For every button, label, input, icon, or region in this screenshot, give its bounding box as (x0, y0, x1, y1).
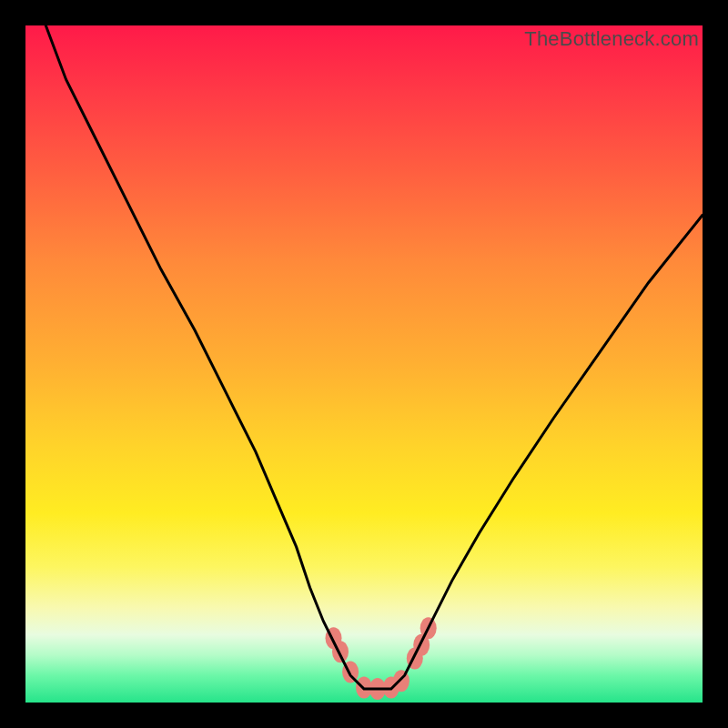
bottleneck-curve (46, 25, 703, 689)
outer-frame: TheBottleneck.com (0, 0, 728, 728)
watermark-text: TheBottleneck.com (524, 27, 699, 51)
plot-area (25, 25, 703, 703)
chart-svg (25, 25, 703, 703)
